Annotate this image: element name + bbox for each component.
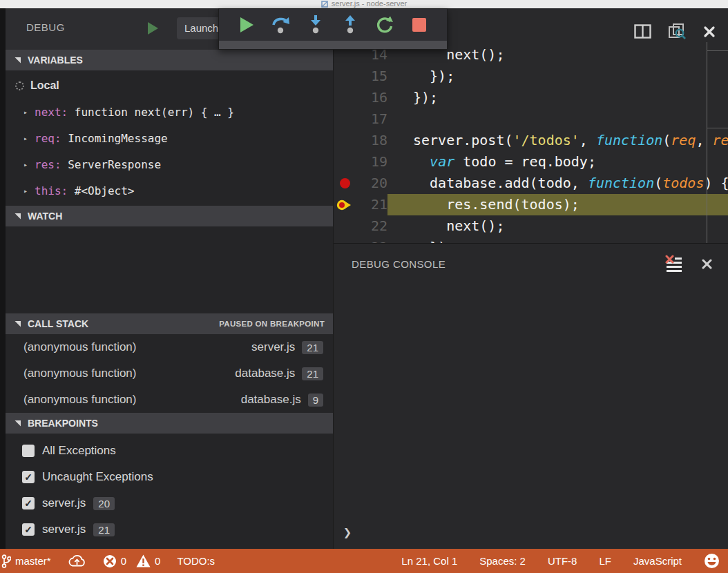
breakpoint-label: Uncaught Exceptions <box>42 470 153 484</box>
start-debug-icon[interactable] <box>148 22 158 35</box>
step-over-icon[interactable] <box>271 14 291 35</box>
code-text: var todo = req.body; <box>387 151 728 173</box>
step-out-icon[interactable] <box>341 14 360 35</box>
gutter[interactable] <box>334 66 357 87</box>
code-line[interactable]: 16}); <box>334 87 728 108</box>
variable-name: next: <box>35 106 68 119</box>
clear-console-icon[interactable] <box>664 255 683 273</box>
breakpoints-section-body: All Exceptions✓Uncaught Exceptions✓serve… <box>6 434 333 549</box>
git-branch-icon <box>1 554 11 569</box>
gutter[interactable] <box>334 173 357 194</box>
code-line[interactable]: 17 <box>334 108 728 130</box>
twistie-icon <box>15 57 21 64</box>
encoding-setting[interactable]: UTF-8 <box>548 555 577 567</box>
code-line[interactable]: 23 }); <box>334 237 728 243</box>
code-line[interactable]: 22 next(); <box>334 215 728 237</box>
language-mode[interactable]: JavaScript <box>633 555 682 567</box>
gutter[interactable] <box>334 237 357 243</box>
callstack-section-title: CALL STACK <box>28 318 88 329</box>
line-number: 22 <box>357 215 387 237</box>
expand-arrow-icon: ▸ <box>23 135 35 142</box>
callstack-section-header[interactable]: CALL STACK PAUSED ON BREAKPOINT <box>6 313 333 334</box>
code-text: next(); <box>387 215 728 237</box>
breakpoints-section-header[interactable]: BREAKPOINTS <box>6 413 333 434</box>
code-line[interactable]: 20 database.add(todo, function(todos) { <box>334 173 728 194</box>
step-into-icon[interactable] <box>306 14 325 35</box>
expand-arrow-icon: ▸ <box>23 161 35 168</box>
frame-line-badge: 9 <box>308 394 323 407</box>
scrollbar-thumb-top[interactable] <box>707 50 728 51</box>
restart-icon[interactable] <box>375 14 394 35</box>
debug-sidebar: DEBUG Launch VARIABLES Local ▸next: func… <box>6 8 333 549</box>
variables-scope-row[interactable]: Local <box>6 72 333 99</box>
checkbox-checked-icon[interactable]: ✓ <box>22 471 35 483</box>
window-titlebar: server.js - node-server <box>0 0 728 8</box>
close-icon[interactable] <box>703 26 716 38</box>
watch-section-header[interactable]: WATCH <box>6 206 333 226</box>
twistie-icon <box>15 321 21 327</box>
line-number: 17 <box>357 108 387 130</box>
callstack-frame[interactable]: (anonymous function)database.js9 <box>6 387 333 413</box>
toolbar-drag-strip[interactable] <box>219 41 447 49</box>
stop-icon[interactable] <box>410 14 429 35</box>
code-text <box>387 108 728 130</box>
variable-row[interactable]: ▸this: #<Object> <box>6 177 333 204</box>
continue-icon[interactable] <box>237 14 256 35</box>
git-branch-label: master* <box>15 555 51 567</box>
editor-group: 14 next();15 });16});1718server.post('/t… <box>333 8 728 549</box>
gutter[interactable] <box>334 151 357 173</box>
variables-section-header[interactable]: VARIABLES <box>6 50 333 70</box>
sync-item[interactable] <box>68 554 86 567</box>
variables-section-title: VARIABLES <box>28 55 83 66</box>
variable-value: ServerResponse <box>61 158 162 171</box>
todo-item[interactable]: TODO:s <box>177 555 215 567</box>
breakpoint-dot-icon[interactable] <box>340 178 350 188</box>
variable-row[interactable]: ▸req: IncomingMessage <box>6 125 333 151</box>
expand-arrow-icon: ▸ <box>23 187 35 195</box>
gutter[interactable] <box>334 215 357 237</box>
variable-value: IncomingMessage <box>61 132 168 145</box>
scrollbar-border <box>707 42 707 243</box>
line-number: 23 <box>357 237 387 243</box>
open-preview-icon[interactable] <box>668 23 687 40</box>
frame-line-badge: 21 <box>302 341 323 354</box>
code-editor[interactable]: 14 next();15 });16});1718server.post('/t… <box>334 41 728 243</box>
breakpoint-row[interactable]: ✓Uncaught Exceptions <box>6 464 333 490</box>
callstack-frame[interactable]: (anonymous function)server.js21 <box>6 334 333 360</box>
gutter[interactable] <box>334 130 357 151</box>
variable-row[interactable]: ▸next: function next(err) { … } <box>6 99 333 125</box>
close-icon[interactable] <box>701 258 713 270</box>
gutter[interactable] <box>334 108 357 130</box>
breakpoint-row[interactable]: ✓server.js21 <box>6 516 333 543</box>
variable-row[interactable]: ▸res: ServerResponse <box>6 151 333 177</box>
debug-console-input[interactable]: ❯ <box>343 524 352 541</box>
indent-setting[interactable]: Spaces: 2 <box>479 555 526 567</box>
callstack-frame[interactable]: (anonymous function)database.js21 <box>6 360 333 387</box>
problems-item[interactable]: 0 0 <box>103 554 161 568</box>
gutter[interactable] <box>334 194 357 215</box>
code-line[interactable]: 15 }); <box>334 66 728 87</box>
code-line[interactable]: 18server.post('/todos', function(req, re… <box>334 130 728 151</box>
gutter[interactable] <box>334 87 357 108</box>
git-branch-item[interactable]: master* <box>1 554 51 569</box>
todo-label: TODO:s <box>177 555 215 567</box>
split-editor-icon[interactable] <box>634 24 651 39</box>
smiley-icon[interactable] <box>704 553 720 569</box>
paused-breakpoint-icon[interactable] <box>336 200 354 211</box>
variables-section-body: Local ▸next: function next(err) { … }▸re… <box>6 70 333 206</box>
breakpoint-row[interactable]: All Exceptions <box>6 438 333 464</box>
breakpoint-row[interactable]: ✓server.js20 <box>6 490 333 516</box>
checkbox-unchecked-icon[interactable] <box>22 445 35 457</box>
code-line[interactable]: 21 res.send(todos); <box>334 194 728 215</box>
cursor-position[interactable]: Ln 21, Col 1 <box>401 555 457 567</box>
breakpoint-label: server.js <box>42 496 86 510</box>
eol-setting[interactable]: LF <box>599 555 611 567</box>
checkbox-checked-icon[interactable]: ✓ <box>22 497 35 509</box>
scrollbar-thumb-bottom[interactable] <box>707 128 728 128</box>
code-line[interactable]: 19 var todo = req.body; <box>334 151 728 173</box>
debug-console-panel: DEBUG CONSOLE ❯ <box>334 243 728 549</box>
expand-arrow-icon: ▸ <box>23 108 35 116</box>
checkbox-checked-icon[interactable]: ✓ <box>22 523 35 536</box>
window-title: server.js - node-server <box>332 0 407 8</box>
line-number: 18 <box>357 130 387 151</box>
